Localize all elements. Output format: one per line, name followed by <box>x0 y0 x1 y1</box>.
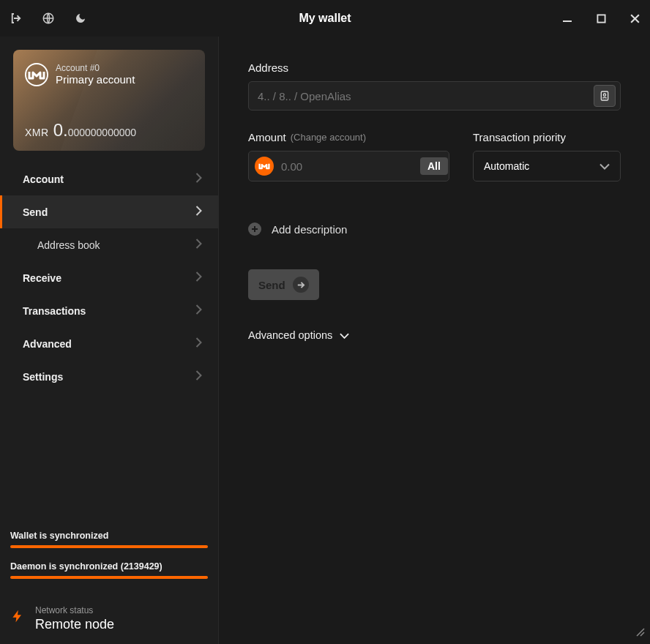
chevron-right-icon <box>195 304 202 317</box>
account-name-label: Primary account <box>56 73 135 86</box>
nav-label: Receive <box>23 272 61 284</box>
svg-point-4 <box>603 94 605 96</box>
advanced-options-toggle[interactable]: Advanced options <box>248 329 621 341</box>
account-card[interactable]: Account #0 Primary account XMR 0.0000000… <box>13 50 205 151</box>
close-button[interactable] <box>628 12 641 25</box>
logout-icon[interactable] <box>9 11 23 26</box>
maximize-button[interactable] <box>594 12 608 25</box>
balance-ticker: XMR <box>25 127 49 138</box>
chevron-right-icon <box>195 239 202 251</box>
chevron-right-icon <box>195 370 202 383</box>
priority-value: Automatic <box>484 160 529 172</box>
chevron-right-icon <box>195 337 202 350</box>
address-input[interactable] <box>258 90 594 102</box>
wallet-sync-label: Wallet is synchronized <box>10 531 208 541</box>
change-account-link[interactable]: (Change account) <box>291 132 366 143</box>
nav-label: Account <box>23 173 64 185</box>
address-label: Address <box>248 61 621 74</box>
plus-icon <box>248 222 261 236</box>
nav-address-book[interactable]: Address book <box>0 228 218 261</box>
network-status[interactable]: Network status Remote node <box>0 601 218 645</box>
chevron-right-icon <box>195 173 202 185</box>
balance-display: XMR 0.000000000000 <box>25 120 136 141</box>
monero-logo-icon <box>25 63 48 86</box>
moon-icon[interactable] <box>73 11 88 26</box>
amount-input[interactable] <box>281 160 420 173</box>
add-description-label: Add description <box>272 223 347 236</box>
amount-label: Amount <box>248 131 286 143</box>
window-title: My wallet <box>299 12 351 25</box>
nav-settings[interactable]: Settings <box>0 360 218 393</box>
nav-send[interactable]: Send <box>0 195 218 228</box>
globe-icon[interactable] <box>41 11 56 26</box>
send-button[interactable]: Send <box>248 269 319 300</box>
send-button-label: Send <box>258 279 285 291</box>
wallet-sync-progress <box>10 545 208 548</box>
daemon-sync-label: Daemon is synchronized (2139429) <box>10 561 208 572</box>
balance-whole: 0. <box>53 120 68 140</box>
amount-all-button[interactable]: All <box>420 157 448 175</box>
nav-receive[interactable]: Receive <box>0 261 218 294</box>
chevron-right-icon <box>195 206 202 218</box>
monero-coin-icon <box>255 157 274 176</box>
bolt-icon <box>10 606 25 632</box>
nav-label: Advanced <box>23 338 72 350</box>
network-mode: Remote node <box>35 616 114 633</box>
nav-label: Send <box>23 206 48 218</box>
daemon-sync-progress <box>10 576 208 579</box>
nav-transactions[interactable]: Transactions <box>0 294 218 327</box>
balance-fraction: 000000000000 <box>68 127 136 138</box>
nav-label: Address book <box>37 239 100 251</box>
chevron-down-icon <box>599 160 610 172</box>
advanced-options-label: Advanced options <box>248 329 332 341</box>
address-book-button[interactable] <box>594 85 616 107</box>
nav-account[interactable]: Account <box>0 162 218 195</box>
nav-advanced[interactable]: Advanced <box>0 327 218 360</box>
svg-rect-2 <box>597 15 605 22</box>
network-status-label: Network status <box>35 605 114 616</box>
priority-label: Transaction priority <box>473 131 621 143</box>
account-number-label: Account #0 <box>56 63 135 73</box>
nav-label: Settings <box>23 371 63 383</box>
nav-label: Transactions <box>23 305 86 317</box>
add-description-button[interactable]: Add description <box>248 222 621 236</box>
priority-select[interactable]: Automatic <box>473 151 621 181</box>
chevron-down-icon <box>340 329 349 341</box>
resize-grip-icon[interactable] <box>635 627 646 640</box>
main-pane: Address Amount (Change account) <box>219 37 650 644</box>
sidebar: Account #0 Primary account XMR 0.0000000… <box>0 37 219 644</box>
arrow-right-icon <box>293 277 309 293</box>
minimize-button[interactable] <box>561 12 574 25</box>
chevron-right-icon <box>195 272 202 284</box>
